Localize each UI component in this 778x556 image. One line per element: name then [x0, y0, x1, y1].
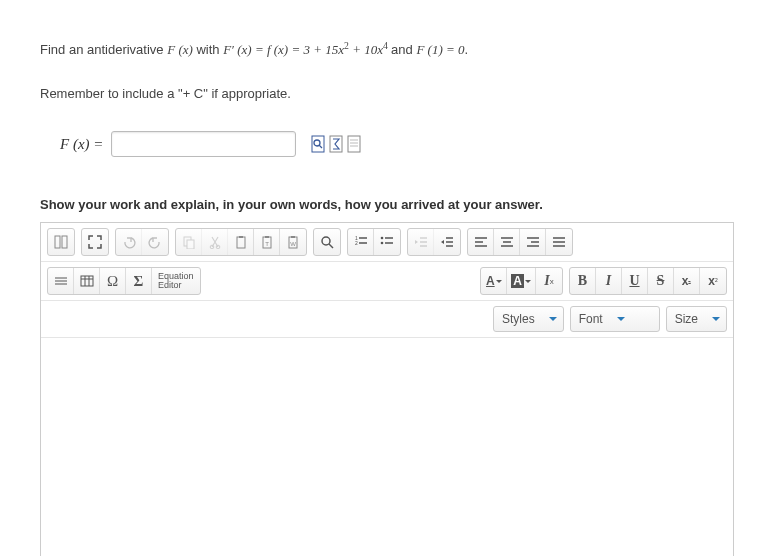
underline-button[interactable]: U — [622, 268, 648, 294]
svg-rect-8 — [55, 236, 60, 248]
problem-statement: Find an antiderivative F (x) with F′ (x)… — [40, 40, 738, 58]
preview-icon[interactable] — [310, 134, 326, 154]
svg-text:T: T — [265, 241, 269, 247]
sigma-icon[interactable]: Σ — [126, 268, 152, 294]
toolbar-row-3: Styles Font Size — [41, 301, 733, 338]
svg-line-23 — [329, 244, 333, 248]
text-color-button[interactable]: A — [481, 268, 507, 294]
toolbar-row-2: Ω Σ Equation Editor A A Ix B I U S x₂ x² — [41, 262, 733, 301]
chevron-down-icon — [549, 317, 557, 321]
blank-page-icon[interactable] — [346, 134, 362, 154]
superscript-button[interactable]: x² — [700, 268, 726, 294]
font-dropdown[interactable]: Font — [570, 306, 660, 332]
svg-rect-53 — [81, 276, 93, 286]
outdent-icon[interactable] — [408, 229, 434, 255]
remove-format-icon[interactable]: Ix — [536, 268, 562, 294]
align-left-icon[interactable] — [468, 229, 494, 255]
svg-rect-3 — [330, 136, 342, 152]
paste-word-icon[interactable]: W — [280, 229, 306, 255]
svg-rect-11 — [187, 240, 194, 249]
find-icon[interactable] — [314, 229, 340, 255]
omega-icon[interactable]: Ω — [100, 268, 126, 294]
svg-rect-4 — [348, 136, 360, 152]
text: with — [196, 42, 223, 57]
table-icon[interactable] — [74, 268, 100, 294]
align-right-icon[interactable] — [520, 229, 546, 255]
svg-rect-20 — [291, 236, 295, 238]
align-center-icon[interactable] — [494, 229, 520, 255]
size-dropdown[interactable]: Size — [666, 306, 727, 332]
undo-icon[interactable] — [116, 229, 142, 255]
math-condition: F (1) = 0 — [416, 42, 464, 57]
dropdown-label: Size — [675, 312, 698, 326]
svg-text:2: 2 — [355, 240, 358, 246]
align-justify-icon[interactable] — [546, 229, 572, 255]
svg-point-28 — [381, 237, 384, 240]
editor-content-area[interactable] — [41, 338, 733, 556]
svg-point-22 — [322, 237, 330, 245]
indent-icon[interactable] — [434, 229, 460, 255]
paste-icon[interactable] — [228, 229, 254, 255]
source-icon[interactable] — [48, 229, 74, 255]
svg-rect-15 — [239, 236, 243, 238]
chevron-down-icon — [712, 317, 720, 321]
numbered-list-icon[interactable]: 12 — [348, 229, 374, 255]
italic-button[interactable]: I — [596, 268, 622, 294]
svg-rect-9 — [62, 236, 67, 248]
svg-rect-14 — [237, 237, 245, 248]
hint-text: Remember to include a "+ C" if appropria… — [40, 86, 738, 101]
answer-label: F (x) = — [60, 136, 103, 153]
copy-icon[interactable] — [176, 229, 202, 255]
text: and — [391, 42, 416, 57]
show-work-prompt: Show your work and explain, in your own … — [40, 197, 738, 212]
chevron-down-icon — [617, 317, 625, 321]
math-fx: F (x) — [167, 42, 193, 57]
svg-text:W: W — [290, 241, 296, 247]
styles-dropdown[interactable]: Styles — [493, 306, 564, 332]
answer-input[interactable] — [111, 131, 296, 157]
dropdown-label: Styles — [502, 312, 535, 326]
toolbar-row-1: T W 12 — [41, 223, 733, 262]
subscript-button[interactable]: x₂ — [674, 268, 700, 294]
redo-icon[interactable] — [142, 229, 168, 255]
text: . — [465, 42, 469, 57]
hr-icon[interactable] — [48, 268, 74, 294]
dropdown-label: Font — [579, 312, 603, 326]
bg-color-button[interactable]: A — [507, 268, 536, 294]
strike-button[interactable]: S — [648, 268, 674, 294]
equation-editor-button[interactable]: Equation Editor — [152, 268, 200, 294]
sigma-page-icon[interactable] — [328, 134, 344, 154]
exponent: 4 — [383, 40, 388, 51]
svg-point-29 — [381, 242, 384, 245]
text: Find an antiderivative — [40, 42, 167, 57]
maximize-icon[interactable] — [82, 229, 108, 255]
text: F′ (x) = f (x) = 3 + 15x — [223, 42, 344, 57]
cut-icon[interactable] — [202, 229, 228, 255]
bullet-list-icon[interactable] — [374, 229, 400, 255]
bold-button[interactable]: B — [570, 268, 596, 294]
rich-text-editor: T W 12 — [40, 222, 734, 556]
math-equation: F′ (x) = f (x) = 3 + 15x2 + 10x4 — [223, 42, 391, 57]
svg-rect-17 — [265, 236, 269, 238]
answer-row: F (x) = — [60, 131, 738, 157]
paste-text-icon[interactable]: T — [254, 229, 280, 255]
text: + 10x — [349, 42, 383, 57]
